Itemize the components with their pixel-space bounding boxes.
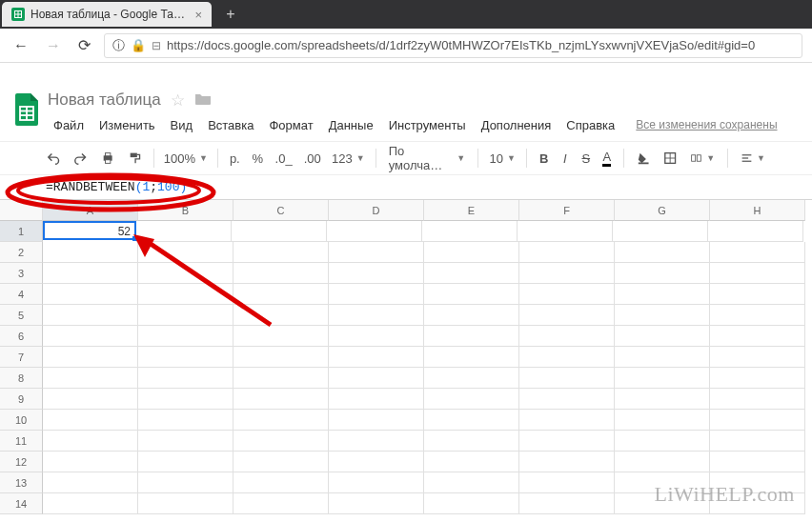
font-select[interactable]: По умолча…▼: [384, 140, 470, 176]
undo-button[interactable]: [42, 147, 65, 170]
cell[interactable]: [233, 389, 329, 410]
italic-button[interactable]: I: [557, 148, 574, 170]
cell[interactable]: [43, 305, 138, 326]
cell[interactable]: [519, 347, 615, 368]
cell[interactable]: [43, 410, 138, 431]
select-all-corner[interactable]: [0, 200, 43, 221]
row-header-9[interactable]: 9: [0, 389, 43, 410]
row-header-14[interactable]: 14: [0, 493, 43, 514]
cell[interactable]: [233, 347, 329, 368]
cell[interactable]: [710, 452, 805, 472]
cell[interactable]: [615, 493, 710, 514]
cell[interactable]: [710, 410, 805, 431]
zoom-select[interactable]: 100%▼: [162, 151, 209, 166]
row-header-13[interactable]: 13: [0, 472, 43, 493]
col-header-E[interactable]: E: [424, 200, 519, 221]
cell[interactable]: [329, 431, 424, 452]
merge-button[interactable]: ▼: [685, 147, 720, 170]
cell[interactable]: [43, 452, 138, 472]
row-header-11[interactable]: 11: [0, 431, 43, 452]
cell-A1[interactable]: 52: [43, 221, 136, 240]
cell[interactable]: [138, 263, 233, 284]
cell[interactable]: [233, 305, 329, 326]
row-header-3[interactable]: 3: [0, 263, 43, 284]
currency-button[interactable]: р.: [225, 148, 244, 170]
cell[interactable]: [329, 242, 424, 263]
cell[interactable]: [519, 368, 615, 389]
cell[interactable]: [233, 410, 329, 431]
menu-file[interactable]: Файл: [46, 114, 91, 136]
col-header-C[interactable]: C: [233, 200, 329, 221]
font-size-select[interactable]: 10▼: [486, 148, 519, 170]
align-button[interactable]: ▼: [736, 147, 770, 170]
cell[interactable]: [43, 263, 138, 284]
cell[interactable]: [519, 326, 615, 347]
cell[interactable]: [519, 284, 615, 305]
cell[interactable]: [43, 368, 138, 389]
cell[interactable]: [43, 389, 138, 410]
cell[interactable]: [138, 472, 233, 493]
menu-addons[interactable]: Дополнения: [474, 114, 559, 136]
cell[interactable]: [615, 431, 710, 452]
cell[interactable]: [138, 431, 233, 452]
cell[interactable]: [710, 326, 805, 347]
cell[interactable]: [424, 389, 519, 410]
cell[interactable]: [138, 389, 233, 410]
star-icon[interactable]: ☆: [171, 90, 185, 110]
row-header-2[interactable]: 2: [0, 242, 43, 263]
text-color-button[interactable]: A: [599, 146, 616, 171]
cell-D1[interactable]: [327, 221, 422, 242]
fill-color-button[interactable]: [632, 147, 655, 170]
redo-button[interactable]: [69, 147, 91, 170]
cell[interactable]: [424, 368, 519, 389]
row-header-5[interactable]: 5: [0, 305, 43, 326]
cell[interactable]: [615, 326, 710, 347]
cell[interactable]: [424, 242, 519, 263]
strike-button[interactable]: S: [578, 148, 595, 170]
cell[interactable]: [233, 452, 329, 472]
menu-help[interactable]: Справка: [558, 114, 622, 136]
cell[interactable]: [43, 472, 138, 493]
cell-C1[interactable]: [232, 221, 327, 242]
cell[interactable]: [424, 263, 519, 284]
cell[interactable]: [329, 326, 424, 347]
cell[interactable]: [329, 347, 424, 368]
cell[interactable]: [424, 284, 519, 305]
cell[interactable]: [329, 263, 424, 284]
cell[interactable]: [233, 368, 329, 389]
row-header-7[interactable]: 7: [0, 347, 43, 368]
cell[interactable]: [424, 431, 519, 452]
menu-view[interactable]: Вид: [163, 114, 201, 136]
folder-icon[interactable]: [194, 91, 212, 109]
cell[interactable]: [43, 326, 138, 347]
cell[interactable]: [233, 263, 329, 284]
cell[interactable]: [138, 347, 233, 368]
cell[interactable]: [233, 326, 329, 347]
cell[interactable]: [138, 452, 233, 472]
cell[interactable]: [710, 242, 805, 263]
cell-F1[interactable]: [518, 221, 613, 242]
cell[interactable]: [329, 305, 424, 326]
menu-insert[interactable]: Вставка: [200, 114, 261, 136]
cell[interactable]: [615, 389, 710, 410]
increase-decimal-button[interactable]: .00: [300, 148, 325, 170]
cell-E1[interactable]: [422, 221, 518, 242]
cell[interactable]: [519, 452, 615, 472]
cell[interactable]: [329, 389, 424, 410]
cell[interactable]: [138, 284, 233, 305]
menu-data[interactable]: Данные: [321, 114, 381, 136]
cell[interactable]: [424, 305, 519, 326]
row-header-8[interactable]: 8: [0, 368, 43, 389]
cell[interactable]: [710, 347, 805, 368]
cell-H1[interactable]: [708, 221, 803, 242]
cell[interactable]: [519, 263, 615, 284]
cell[interactable]: [615, 452, 710, 472]
cell[interactable]: [615, 305, 710, 326]
cell[interactable]: [43, 431, 138, 452]
cell[interactable]: [424, 472, 519, 493]
col-header-A[interactable]: A: [43, 200, 138, 221]
doc-title[interactable]: Новая таблица: [48, 90, 161, 110]
cell[interactable]: [615, 242, 710, 263]
cell[interactable]: [424, 326, 519, 347]
reload-button[interactable]: ⟳: [74, 32, 94, 58]
